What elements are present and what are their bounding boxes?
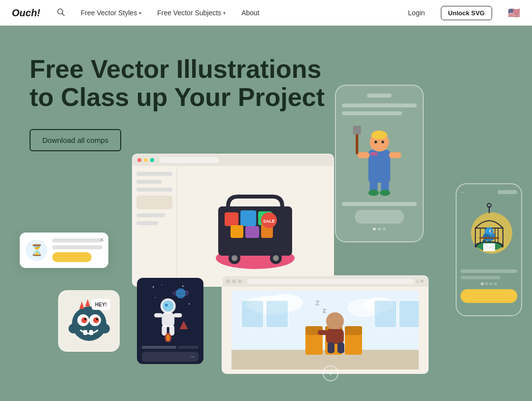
svg-marker-39 (92, 301, 97, 307)
download-comps-button[interactable]: Download all comps (30, 129, 121, 151)
svg-rect-93 (374, 301, 397, 328)
wire-line (342, 103, 417, 107)
svg-rect-17 (231, 245, 280, 262)
svg-rect-92 (266, 301, 288, 328)
svg-rect-19 (240, 238, 249, 256)
svg-point-110 (481, 233, 490, 240)
svg-rect-8 (381, 180, 389, 192)
waiting-room-card: □ ✕ (222, 275, 429, 374)
svg-rect-2 (368, 150, 390, 183)
svg-rect-18 (230, 241, 238, 256)
notif-line-1 (52, 238, 102, 242)
svg-point-45 (96, 318, 98, 320)
nav-free-vector-styles[interactable]: Free Vector Styles ▾ (81, 9, 141, 17)
svg-point-34 (261, 212, 277, 228)
browser-dot-green (150, 158, 154, 162)
svg-point-6 (381, 141, 384, 143)
svg-point-62 (165, 304, 167, 306)
svg-rect-7 (369, 180, 377, 192)
svg-rect-21 (262, 238, 271, 256)
navbar: Ouch! Free Vector Styles ▾ Free Vector S… (0, 0, 532, 26)
svg-point-59 (176, 288, 186, 299)
svg-point-16 (216, 247, 295, 269)
svg-rect-14 (353, 126, 361, 134)
browser-address-bar (160, 157, 219, 163)
svg-point-58 (173, 291, 189, 296)
svg-point-50 (68, 324, 78, 334)
svg-text:z: z (323, 306, 326, 314)
svg-text:SALE: SALE (263, 219, 275, 224)
svg-point-57 (189, 303, 190, 305)
svg-point-3 (369, 133, 389, 152)
browser-dot-red (137, 158, 141, 162)
svg-point-104 (487, 203, 491, 207)
svg-rect-13 (356, 128, 358, 154)
svg-rect-31 (231, 225, 243, 238)
browser-bar (133, 154, 333, 166)
svg-point-53 (162, 284, 163, 285)
svg-point-9 (368, 190, 379, 196)
nav-about[interactable]: About (241, 9, 260, 17)
svg-point-40 (77, 314, 89, 326)
notif-action-button (52, 252, 92, 262)
svg-point-54 (182, 286, 184, 287)
svg-point-42 (81, 317, 87, 323)
svg-point-55 (187, 291, 188, 292)
svg-rect-15 (370, 152, 377, 156)
logo[interactable]: Ouch! (12, 7, 40, 19)
svg-rect-94 (399, 301, 419, 328)
wire-button (355, 210, 404, 224)
svg-rect-12 (389, 152, 401, 158)
hero-section: Free Vector Illustrations to Class up Yo… (0, 26, 532, 401)
right-phone-mock: ← (456, 183, 522, 316)
chevron-down-icon: ▾ (139, 10, 141, 16)
svg-rect-80 (345, 333, 362, 355)
wire-line (342, 202, 417, 206)
svg-point-10 (380, 190, 390, 196)
svg-line-1 (62, 13, 64, 15)
svg-text:HEY!: HEY! (95, 302, 107, 307)
monster-sticker-card: HEY! (58, 290, 120, 352)
svg-point-107 (489, 230, 492, 233)
svg-rect-20 (251, 237, 260, 256)
svg-point-24 (229, 252, 240, 264)
search-icon[interactable] (56, 7, 65, 18)
svg-point-36 (72, 306, 106, 341)
nav-free-vector-subjects[interactable]: Free Vector Subjects ▾ (157, 9, 226, 17)
svg-point-75 (347, 299, 382, 317)
svg-rect-97 (475, 228, 503, 247)
notification-popup: ✕ ⏳ (20, 233, 108, 268)
browser-dot-yellow (144, 158, 148, 162)
svg-rect-48 (92, 299, 110, 310)
svg-point-4 (371, 131, 387, 139)
svg-rect-66 (162, 325, 166, 335)
svg-point-95 (471, 212, 512, 254)
svg-rect-82 (325, 326, 342, 335)
svg-point-61 (163, 301, 173, 311)
svg-point-5 (374, 141, 377, 143)
svg-rect-83 (345, 326, 362, 335)
svg-rect-46 (83, 330, 87, 335)
add-circle-button[interactable]: + (323, 366, 338, 381)
browser-window-cart: SALE (132, 154, 334, 287)
svg-rect-22 (273, 240, 281, 255)
svg-rect-78 (305, 333, 323, 355)
svg-rect-79 (325, 333, 342, 355)
notif-line-2 (52, 245, 102, 249)
hero-title: Free Vector Illustrations to Class up Yo… (30, 55, 335, 111)
nav-login-button[interactable]: Login (408, 9, 425, 17)
chevron-down-icon: ▾ (223, 10, 226, 16)
nav-unlock-svg-button[interactable]: Unlock SVG (441, 6, 492, 20)
svg-rect-11 (358, 152, 370, 158)
svg-point-56 (155, 297, 156, 298)
language-flag[interactable]: 🇺🇸 (508, 7, 520, 19)
svg-rect-77 (232, 350, 419, 369)
svg-point-26 (232, 255, 237, 261)
svg-marker-70 (179, 321, 188, 329)
svg-rect-64 (154, 313, 163, 318)
svg-rect-28 (225, 212, 238, 226)
gardener-figure (342, 119, 417, 198)
svg-point-73 (268, 294, 303, 312)
svg-point-105 (483, 232, 495, 241)
svg-rect-113 (483, 243, 495, 251)
